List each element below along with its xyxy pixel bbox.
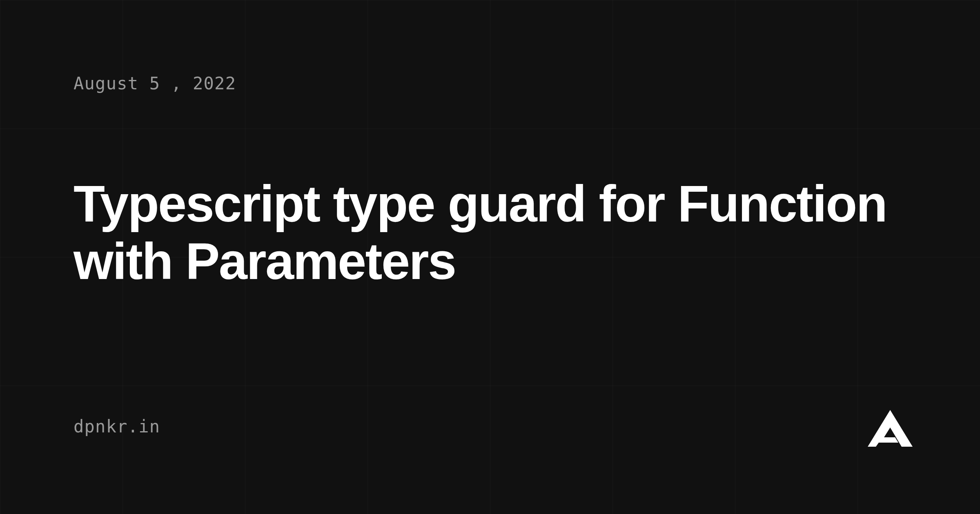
post-date: August 5 , 2022 xyxy=(74,73,906,93)
site-logo-icon xyxy=(866,408,915,449)
content-container: August 5 , 2022 Typescript type guard fo… xyxy=(0,0,980,514)
post-title: Typescript type guard for Function with … xyxy=(74,175,906,290)
site-domain: dpnkr.in xyxy=(74,417,160,436)
